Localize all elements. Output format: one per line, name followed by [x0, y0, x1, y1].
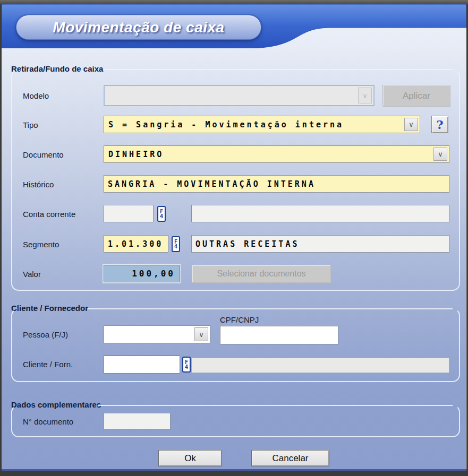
cliente-forn-label: Cliente / Forn.: [23, 360, 73, 369]
ndocumento-label: N° documento: [23, 417, 73, 426]
modelo-combo-value: [109, 86, 355, 105]
segmento-desc-input[interactable]: OUTRAS RECEITAS: [191, 235, 449, 253]
cliente-forn-code-input[interactable]: [104, 356, 180, 374]
f4-button[interactable]: F4: [182, 357, 191, 373]
f4-button[interactable]: F4: [172, 236, 180, 252]
conta-corrente-label: Conta corrente: [23, 210, 75, 219]
help-button[interactable]: ?: [431, 116, 448, 133]
tipo-combo-value: S = Sangria - Movimentação interna: [108, 116, 402, 133]
pessoa-combo-value: [108, 326, 192, 343]
pessoa-combo[interactable]: ∨: [104, 325, 210, 343]
conta-corrente-desc-input[interactable]: [191, 205, 449, 222]
aplicar-button[interactable]: Aplicar: [382, 85, 450, 107]
chevron-down-icon[interactable]: ∨: [433, 148, 447, 161]
chevron-down-icon[interactable]: ∨: [404, 118, 418, 131]
chevron-down-icon[interactable]: ∨: [358, 88, 372, 103]
f4-button[interactable]: F4: [157, 206, 166, 222]
modelo-label: Modelo: [23, 91, 49, 100]
title-pill: Movimentação de caixa: [16, 15, 261, 40]
documento-label: Documento: [23, 150, 64, 159]
dialog-content: Movimentação de caixa Retirada/Fundo de …: [2, 4, 466, 469]
conta-corrente-code-input[interactable]: [104, 205, 154, 222]
valor-label: Valor: [23, 270, 41, 279]
tipo-label: Tipo: [23, 120, 38, 129]
chevron-down-icon[interactable]: ∨: [194, 327, 208, 341]
tipo-combo[interactable]: S = Sangria - Movimentação interna ∨: [104, 116, 420, 133]
groupbox-dados: [11, 405, 460, 437]
historico-label: Histórico: [23, 180, 54, 189]
footer-accent-bar: [2, 469, 466, 471]
cpf-cnpj-input[interactable]: [220, 326, 338, 344]
ndocumento-input[interactable]: [104, 413, 171, 430]
ok-button[interactable]: Ok: [158, 450, 222, 466]
cancelar-button[interactable]: Cancelar: [251, 450, 329, 466]
window-top-border: [0, 0, 468, 4]
segmento-code-input[interactable]: 1.01.300: [104, 235, 168, 253]
documento-combo-value: DINHEIRO: [108, 146, 431, 162]
page-title: Movimentação de caixa: [53, 19, 224, 36]
cash-movement-dialog: Movimentação de caixa Retirada/Fundo de …: [0, 0, 468, 476]
historico-input[interactable]: SANGRIA - MOVIMENTAÇÃO INTERNA: [104, 175, 449, 193]
documento-combo[interactable]: DINHEIRO ∨: [104, 145, 449, 163]
pessoa-label: Pessoa (F/J): [23, 330, 68, 339]
modelo-combo[interactable]: ∨: [104, 85, 375, 106]
cliente-forn-desc-input[interactable]: [191, 358, 449, 373]
segmento-label: Segmento: [23, 240, 59, 249]
valor-input[interactable]: 100,00: [104, 265, 180, 282]
cpf-cnpj-label: CPF/CNPJ: [220, 315, 259, 324]
selecionar-documentos-button[interactable]: Selecionar documentos: [192, 265, 331, 283]
